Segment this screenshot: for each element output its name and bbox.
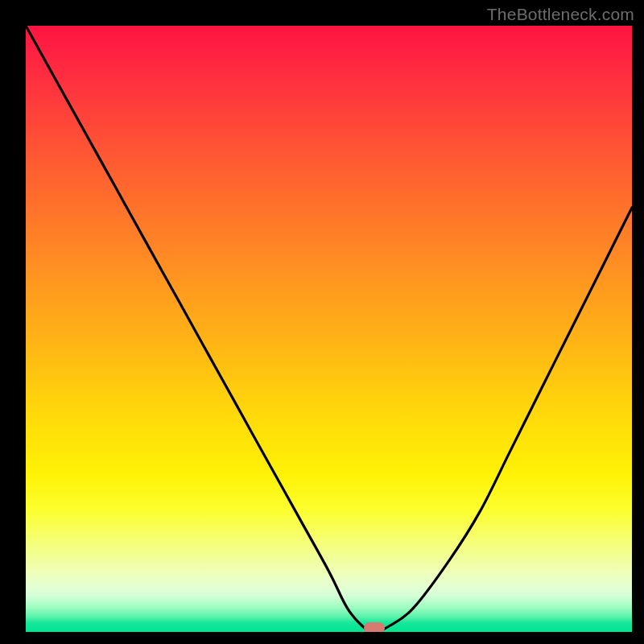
- optimal-point-marker: [364, 622, 385, 632]
- plot-area: [26, 26, 632, 632]
- chart-frame: TheBottleneck.com: [0, 0, 644, 644]
- watermark-label: TheBottleneck.com: [487, 5, 634, 24]
- bottleneck-curve: [26, 26, 632, 632]
